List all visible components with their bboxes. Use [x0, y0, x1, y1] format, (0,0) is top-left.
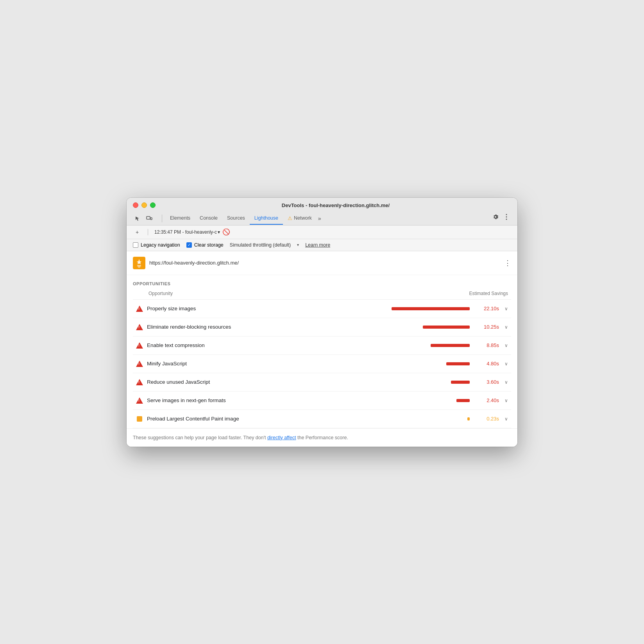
tab-sources[interactable]: Sources — [222, 212, 250, 225]
warning-triangle-icon — [136, 324, 143, 331]
tab-divider — [162, 215, 162, 222]
opportunity-row[interactable]: Reduce unused JavaScript 3.60s ∨ — [133, 373, 511, 392]
svg-rect-7 — [138, 267, 140, 267]
opportunity-label: Preload Largest Contentful Paint image — [147, 416, 380, 422]
svg-rect-6 — [137, 265, 141, 267]
footer-text-before: These suggestions can help your page loa… — [133, 435, 267, 440]
window-title: DevTools - foul-heavenly-direction.glitc… — [160, 202, 511, 208]
savings-bar — [392, 307, 470, 310]
savings-value: 0.23s — [478, 416, 499, 422]
maximize-button[interactable] — [150, 202, 156, 208]
legacy-navigation-label: Legacy navigation — [141, 242, 180, 248]
savings-bar-container — [384, 399, 470, 402]
tab-elements[interactable]: Elements — [165, 212, 195, 225]
tab-console[interactable]: Console — [195, 212, 222, 225]
address-text: 12:35:47 PM - foul-heavenly-c — [154, 229, 217, 235]
svg-point-4 — [506, 219, 507, 220]
savings-bar — [446, 362, 470, 365]
savings-bar — [431, 344, 470, 347]
expand-icon[interactable]: ∨ — [504, 416, 508, 422]
footer-note: These suggestions can help your page loa… — [127, 428, 517, 447]
title-bar: DevTools - foul-heavenly-direction.glitc… — [127, 198, 517, 225]
section-title: OPPORTUNITIES — [133, 275, 511, 289]
main-content: https://foul-heavenly-direction.glitch.m… — [127, 251, 517, 447]
opportunity-row[interactable]: Eliminate render-blocking resources 10.2… — [133, 318, 511, 336]
expand-icon[interactable]: ∨ — [504, 324, 508, 330]
address-dropdown[interactable]: 12:35:47 PM - foul-heavenly-c ▾ — [154, 229, 220, 235]
savings-value: 22.10s — [478, 306, 499, 311]
clear-storage-option[interactable]: ✓ Clear storage — [186, 242, 224, 248]
savings-bar-container — [384, 362, 470, 365]
savings-value: 10.25s — [478, 324, 499, 330]
legacy-navigation-option[interactable]: Legacy navigation — [133, 242, 180, 248]
savings-value: 2.40s — [478, 397, 499, 403]
expand-icon[interactable]: ∨ — [504, 361, 508, 367]
col-savings: Estimated Savings — [469, 291, 508, 296]
close-button[interactable] — [133, 202, 138, 208]
traffic-lights — [133, 202, 156, 208]
expand-icon[interactable]: ∨ — [504, 343, 508, 348]
expand-icon[interactable]: ∨ — [504, 379, 508, 385]
savings-bar-container — [384, 344, 470, 347]
savings-value: 4.80s — [478, 361, 499, 367]
warning-triangle-icon — [136, 397, 143, 404]
opportunity-label: Eliminate render-blocking resources — [147, 324, 380, 330]
opportunities-section: OPPORTUNITIES Opportunity Estimated Savi… — [127, 275, 517, 428]
warning-triangle-icon — [136, 379, 143, 386]
expand-icon[interactable]: ∨ — [504, 306, 508, 311]
lighthouse-url: https://foul-heavenly-direction.glitch.m… — [149, 260, 500, 266]
savings-bar-container — [384, 417, 470, 420]
opportunity-label: Properly size images — [147, 306, 380, 311]
warning-triangle-icon — [136, 305, 143, 312]
warning-triangle-icon — [136, 360, 143, 367]
savings-value: 8.85s — [478, 342, 499, 348]
svg-rect-0 — [147, 216, 150, 219]
table-header: Opportunity Estimated Savings — [133, 289, 511, 300]
legacy-navigation-checkbox[interactable] — [133, 242, 138, 248]
opportunity-row[interactable]: Properly size images 22.10s ∨ — [133, 300, 511, 318]
throttling-label: Simulated throttling (default) — [230, 242, 291, 248]
opportunity-row[interactable]: Minify JavaScript 4.80s ∨ — [133, 355, 511, 373]
svg-point-2 — [506, 214, 507, 215]
address-toolbar: + 12:35:47 PM - foul-heavenly-c ▾ 🚫 — [127, 225, 517, 239]
savings-bar-container — [384, 381, 470, 384]
opportunity-label: Enable text compression — [147, 342, 380, 348]
svg-point-3 — [506, 216, 507, 218]
new-tab-button[interactable]: + — [133, 228, 141, 236]
settings-icon[interactable] — [491, 212, 500, 222]
col-opportunity: Opportunity — [148, 291, 173, 296]
directly-affect-link[interactable]: directly affect — [267, 435, 296, 440]
expand-icon[interactable]: ∨ — [504, 398, 508, 403]
tab-network[interactable]: ⚠ Network — [283, 212, 317, 225]
tab-lighthouse[interactable]: Lighthouse — [250, 212, 283, 225]
more-options-icon[interactable] — [502, 212, 511, 222]
opportunity-label: Minify JavaScript — [147, 361, 380, 367]
dropdown-arrow-icon[interactable]: ▾ — [218, 229, 220, 235]
opportunity-row[interactable]: Enable text compression 8.85s ∨ — [133, 336, 511, 355]
savings-bar — [456, 399, 470, 402]
options-bar: Legacy navigation ✓ Clear storage Simula… — [127, 239, 517, 251]
cursor-icon[interactable] — [133, 214, 142, 223]
lighthouse-icon — [133, 257, 145, 269]
device-toggle-icon[interactable] — [145, 214, 154, 223]
savings-bar-container — [384, 307, 470, 310]
toolbar-divider — [148, 229, 148, 235]
opportunity-row[interactable]: Serve images in next-gen formats 2.40s ∨ — [133, 392, 511, 410]
opportunity-label: Serve images in next-gen formats — [147, 397, 380, 403]
warning-icon: ⚠ — [288, 215, 292, 221]
opportunity-row[interactable]: Preload Largest Contentful Paint image 0… — [133, 410, 511, 428]
minimize-button[interactable] — [141, 202, 147, 208]
clear-storage-checkbox[interactable]: ✓ — [186, 242, 192, 248]
footer-text-after: the Performance score. — [296, 435, 348, 440]
learn-more-link[interactable]: Learn more — [305, 242, 330, 248]
warning-triangle-icon — [136, 342, 143, 349]
warning-square-icon — [136, 415, 143, 422]
throttle-dropdown-icon[interactable]: ▾ — [297, 243, 299, 247]
svg-rect-1 — [150, 218, 152, 220]
opportunity-label: Reduce unused JavaScript — [147, 379, 380, 385]
clear-storage-label: Clear storage — [194, 242, 224, 248]
no-symbol-icon: 🚫 — [222, 228, 230, 236]
lighthouse-menu-button[interactable]: ⋮ — [504, 259, 511, 267]
more-tabs-button[interactable]: » — [317, 212, 323, 225]
lighthouse-header: https://foul-heavenly-direction.glitch.m… — [127, 251, 517, 275]
